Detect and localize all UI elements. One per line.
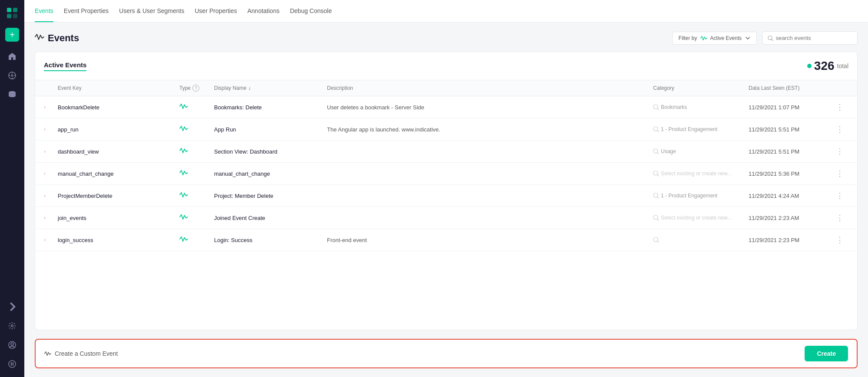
row-menu-icon[interactable]: ⋮ (831, 147, 848, 156)
svg-rect-0 (7, 8, 11, 12)
row-expand-icon[interactable]: › (44, 170, 58, 177)
date-seen-cell: 11/29/2021 2:23 AM (749, 215, 831, 221)
col-type: Type ? (179, 85, 214, 92)
search-box[interactable] (762, 31, 858, 45)
description-cell: The Angular app is launched. www.indicat… (327, 126, 653, 133)
expand-sidebar-icon[interactable] (4, 299, 20, 315)
svg-point-18 (653, 105, 658, 109)
filter-dropdown[interactable]: Filter by Active Events (672, 32, 757, 45)
svg-rect-1 (13, 8, 17, 12)
row-menu-icon[interactable]: ⋮ (831, 169, 848, 178)
table-body: › BookmarkDelete Bookmarks: Delete User … (35, 96, 857, 330)
bottom-bar: Create a Custom Event Create (35, 339, 858, 368)
table-row: › dashboard_view Section View: Dashboard… (35, 141, 857, 163)
col-event-key: Event Key (58, 85, 179, 92)
count-label: total (837, 62, 848, 69)
display-name-cell: Bookmarks: Delete (214, 104, 327, 111)
compass-icon[interactable] (4, 68, 20, 83)
row-menu-icon[interactable]: ⋮ (831, 191, 848, 200)
date-seen-cell: 11/29/2021 1:07 PM (749, 104, 831, 111)
svg-line-31 (657, 241, 659, 243)
description-cell: User deletes a bookmark - Server Side (327, 104, 653, 111)
category-cell[interactable]: 1 - Product Engagement (653, 193, 749, 199)
pause-icon[interactable] (4, 356, 20, 372)
filter-value: Active Events (710, 35, 742, 41)
event-key-cell: dashboard_view (58, 148, 179, 155)
svg-line-27 (657, 197, 659, 198)
date-seen-cell: 11/29/2021 5:51 PM (749, 148, 831, 155)
column-headers: Event Key Type ? Display Name ↓ Descript… (35, 80, 857, 96)
svg-line-25 (657, 175, 659, 176)
category-cell[interactable] (653, 237, 749, 243)
database-icon[interactable] (4, 87, 20, 102)
svg-line-17 (772, 39, 773, 40)
page-title-group: Events (35, 33, 79, 44)
date-seen-cell: 11/29/2021 5:51 PM (749, 126, 831, 133)
filter-label: Filter by (679, 35, 697, 41)
table-row: › join_events Joined Event Create Select… (35, 207, 857, 229)
event-type-icon (179, 191, 214, 200)
svg-point-20 (653, 127, 658, 131)
row-expand-icon[interactable]: › (44, 104, 58, 110)
content-area: Events Filter by Active Events (24, 23, 868, 377)
home-icon[interactable] (4, 49, 20, 64)
sort-arrow-icon[interactable]: ↓ (248, 85, 251, 91)
header-controls: Filter by Active Events (672, 31, 858, 45)
nav-item-event-properties[interactable]: Event Properties (64, 0, 109, 22)
create-custom-event-label: Create a Custom Event (44, 350, 118, 357)
svg-rect-2 (7, 14, 11, 18)
date-seen-cell: 11/29/2021 5:36 PM (749, 170, 831, 177)
page-title: Events (48, 33, 79, 44)
total-count: 326 total (807, 59, 848, 73)
row-menu-icon[interactable]: ⋮ (831, 125, 848, 134)
category-cell[interactable]: Usage (653, 148, 749, 154)
col-description: Description (327, 85, 653, 92)
svg-rect-3 (13, 14, 17, 18)
table-row: › BookmarkDelete Bookmarks: Delete User … (35, 96, 857, 118)
svg-line-29 (657, 219, 659, 220)
date-seen-cell: 11/29/2021 4:24 AM (749, 193, 831, 199)
category-cell[interactable]: Select existing or create new... (653, 170, 749, 177)
create-button[interactable]: Create (805, 346, 848, 361)
category-cell[interactable]: 1 - Product Engagement (653, 126, 749, 132)
svg-line-21 (657, 131, 659, 132)
type-info-icon: ? (192, 85, 199, 92)
category-cell[interactable]: Bookmarks (653, 104, 749, 110)
nav-item-user-properties[interactable]: User Properties (195, 0, 237, 22)
row-menu-icon[interactable]: ⋮ (831, 102, 848, 112)
svg-point-13 (9, 361, 16, 367)
event-key-cell: join_events (58, 215, 179, 221)
row-menu-icon[interactable]: ⋮ (831, 213, 848, 223)
col-display-name: Display Name ↓ (214, 85, 327, 92)
add-button[interactable]: + (5, 28, 19, 42)
event-type-icon (179, 169, 214, 178)
nav-item-events[interactable]: Events (35, 0, 53, 22)
row-expand-icon[interactable]: › (44, 237, 58, 243)
svg-point-24 (653, 171, 658, 175)
event-key-cell: BookmarkDelete (58, 104, 179, 111)
search-input[interactable] (776, 35, 852, 41)
page-header: Events Filter by Active Events (35, 31, 858, 45)
svg-point-5 (11, 75, 13, 76)
category-cell[interactable]: Select existing or create new... (653, 215, 749, 221)
events-table-card: Active Events 326 total Event Key Type ?… (35, 52, 858, 330)
row-expand-icon[interactable]: › (44, 126, 58, 132)
svg-line-23 (657, 153, 659, 154)
svg-point-28 (653, 215, 658, 220)
description-cell: Front-end event (327, 237, 653, 243)
gear-icon[interactable] (4, 318, 20, 334)
event-type-icon (179, 236, 214, 244)
nav-item-users-segments[interactable]: Users & User Segments (119, 0, 184, 22)
nav-item-annotations[interactable]: Annotations (248, 0, 280, 22)
row-expand-icon[interactable]: › (44, 215, 58, 221)
active-events-tab[interactable]: Active Events (44, 61, 86, 71)
svg-line-19 (657, 108, 659, 110)
user-circle-icon[interactable] (4, 337, 20, 353)
display-name-cell: Login: Success (214, 237, 327, 243)
event-key-cell: login_success (58, 237, 179, 243)
row-expand-icon[interactable]: › (44, 148, 58, 154)
nav-item-debug-console[interactable]: Debug Console (290, 0, 332, 22)
row-expand-icon[interactable]: › (44, 193, 58, 199)
count-number: 326 (814, 59, 835, 73)
row-menu-icon[interactable]: ⋮ (831, 235, 848, 245)
